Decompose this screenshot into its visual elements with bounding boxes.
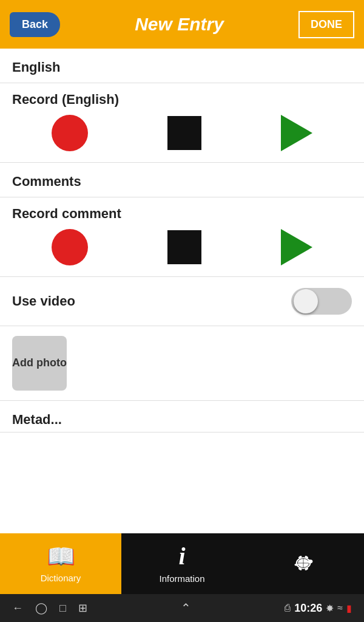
record-comment-controls	[12, 229, 352, 265]
comments-label: Comments	[12, 174, 81, 189]
use-video-section: Use video	[0, 277, 364, 326]
system-grid-icon[interactable]: ⊞	[78, 601, 87, 615]
record-english-section: Record (English)	[0, 83, 364, 163]
nav-item-turtle[interactable]	[243, 533, 364, 594]
system-bar: ← ◯ □ ⊞ ⌃ ⎙ 10:26 ✸ ≈ ▮	[0, 594, 364, 622]
dictionary-icon: 📖	[47, 545, 75, 568]
nav-item-dictionary[interactable]: 📖 Dictionary	[0, 533, 121, 594]
record-english-controls	[12, 115, 352, 151]
done-button[interactable]: DONE	[298, 11, 354, 38]
battery-icon: ▮	[346, 603, 352, 614]
system-nav-icons: ← ◯ □ ⊞	[12, 601, 87, 615]
record-english-stop-button[interactable]	[167, 116, 201, 150]
wifi-icon: ≈	[337, 603, 343, 613]
add-photo-button[interactable]: Add photo	[12, 336, 67, 391]
page-title: New Entry	[135, 14, 224, 35]
back-button[interactable]: Back	[10, 12, 60, 37]
bluetooth-icon: ✸	[326, 603, 334, 614]
app-header: Back New Entry DONE	[0, 0, 364, 49]
partial-label: Metad...	[12, 412, 62, 427]
english-section: English	[0, 49, 364, 83]
record-comment-stop-button[interactable]	[167, 230, 201, 264]
comments-section: Comments	[0, 163, 364, 197]
system-time: 10:26	[294, 602, 322, 615]
svg-point-5	[294, 563, 298, 566]
record-comment-play-button[interactable]	[281, 229, 312, 265]
record-comment-label: Record comment	[12, 206, 352, 222]
information-label: Information	[159, 573, 204, 584]
record-english-play-button[interactable]	[281, 115, 312, 151]
add-photo-section: Add photo	[0, 326, 364, 401]
record-comment-section: Record comment	[0, 197, 364, 277]
usb-icon: ⎙	[285, 603, 291, 613]
system-back-icon[interactable]: ←	[12, 602, 23, 615]
record-english-label: Record (English)	[12, 92, 352, 108]
use-video-toggle[interactable]	[291, 288, 352, 315]
partial-section: Metad...	[0, 401, 364, 432]
bottom-navigation: 📖 Dictionary i Information	[0, 533, 364, 594]
system-status: ⎙ 10:26 ✸ ≈ ▮	[285, 602, 352, 615]
turtle-icon	[290, 550, 317, 578]
dictionary-label: Dictionary	[41, 573, 81, 583]
record-comment-record-button[interactable]	[52, 229, 88, 265]
system-center-nav[interactable]: ⌃	[181, 601, 191, 615]
nav-item-information[interactable]: i Information	[121, 533, 243, 594]
system-home-icon[interactable]: ◯	[35, 601, 47, 615]
record-english-record-button[interactable]	[52, 115, 88, 151]
system-recent-icon[interactable]: □	[59, 602, 66, 615]
toggle-thumb	[294, 289, 318, 313]
svg-point-4	[308, 559, 312, 563]
use-video-label: Use video	[12, 293, 75, 309]
english-label: English	[12, 60, 60, 75]
main-content: English Record (English) Comments Record…	[0, 49, 364, 510]
information-icon: i	[178, 544, 185, 569]
